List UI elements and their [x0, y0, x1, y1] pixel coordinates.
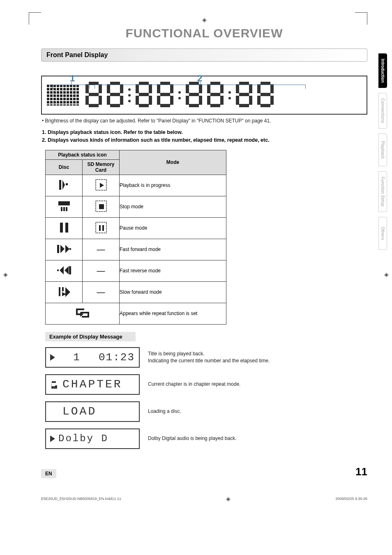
- svg-rect-79: [69, 266, 71, 274]
- svg-rect-12: [120, 96, 123, 105]
- svg-rect-17: [139, 93, 149, 96]
- svg-rect-13: [110, 104, 120, 107]
- mode-text: Stop mode: [120, 196, 226, 217]
- svg-rect-71: [102, 225, 104, 231]
- mode-text: Fast reverse mode: [120, 260, 226, 281]
- svg-rect-26: [170, 96, 173, 105]
- svg-marker-74: [65, 245, 69, 253]
- example-description: Loading a disc.: [148, 408, 367, 415]
- play-triangle-icon: [50, 435, 55, 442]
- playback-status-table: Playback status icon Mode Disc SD Memory…: [45, 150, 226, 325]
- table-row: — Fast reverse mode: [46, 260, 226, 281]
- svg-marker-57: [62, 180, 65, 190]
- page-title: FUNCTIONAL OVERVIEW: [41, 26, 367, 40]
- page-footer: EN 11: [41, 465, 367, 478]
- sd-pause-icon: [83, 217, 120, 239]
- svg-rect-58: [66, 183, 68, 185]
- svg-rect-68: [65, 223, 68, 233]
- svg-rect-64: [66, 207, 67, 211]
- table-row: — Slow forward mode: [46, 281, 226, 303]
- svg-rect-86: [76, 313, 80, 315]
- svg-rect-10: [110, 93, 120, 96]
- table-row: Stop mode: [46, 196, 226, 217]
- svg-rect-45: [239, 93, 249, 96]
- display-example-chapter-repeat: CHAPTER: [45, 374, 140, 395]
- svg-rect-3: [89, 93, 99, 96]
- svg-rect-89: [82, 316, 89, 318]
- svg-marker-73: [60, 245, 65, 253]
- tab-others[interactable]: Others: [378, 217, 387, 250]
- display-example-load: LOAD: [45, 401, 140, 422]
- svg-rect-84: [78, 309, 84, 310]
- svg-rect-39: [207, 96, 210, 105]
- tab-introduction[interactable]: Introduction: [378, 53, 387, 88]
- display-example-title-time: 1 01:23: [45, 347, 140, 368]
- colon-dots: [128, 88, 131, 102]
- svg-marker-60: [100, 183, 104, 188]
- colon-dots: [178, 91, 181, 99]
- svg-rect-47: [249, 96, 252, 105]
- fast-forward-icon: [46, 239, 83, 260]
- slow-forward-icon: [46, 281, 83, 303]
- pause-icon: [46, 217, 83, 239]
- tab-playback[interactable]: Playback: [378, 134, 387, 166]
- table-header-disc: Disc: [46, 159, 83, 175]
- callout-number-1: 1: [70, 73, 75, 84]
- example-description: Dolby Digital audio is being played back…: [148, 435, 367, 442]
- svg-rect-4: [85, 96, 89, 105]
- svg-rect-19: [149, 96, 152, 105]
- list-item-1: 1. Displays playback status icon. Refer …: [42, 129, 367, 136]
- svg-rect-34: [189, 104, 199, 107]
- svg-rect-18: [136, 96, 139, 105]
- svg-rect-67: [60, 223, 63, 233]
- svg-rect-27: [160, 104, 170, 107]
- table-header-icon: Playback status icon: [46, 150, 120, 159]
- mode-text: Fast forward mode: [120, 239, 226, 260]
- callout-bracket-2: [95, 85, 306, 89]
- example-row: 1 01:23 Title is being played back. Indi…: [45, 347, 367, 368]
- mode-text: Appears while repeat function is set: [120, 303, 226, 324]
- callout-bracket-1: [53, 85, 90, 89]
- print-registration-mark-right: ◈: [384, 271, 389, 278]
- tab-connections[interactable]: Connections: [378, 93, 387, 129]
- numbered-description-list: 1. Displays playback status icon. Refer …: [42, 129, 367, 144]
- table-row: — Fast forward mode: [46, 239, 226, 260]
- example-row: LOAD Loading a disc.: [45, 401, 367, 422]
- svg-rect-46: [236, 96, 239, 105]
- svg-rect-38: [210, 93, 220, 96]
- page-number: 11: [355, 465, 367, 478]
- display-dolby-text: Dolby D: [58, 433, 108, 444]
- svg-rect-55: [261, 104, 270, 107]
- play-triangle-icon: [50, 354, 55, 361]
- print-timestamp: 2008/02/25 9:30:26: [335, 497, 367, 501]
- mode-text: Pause mode: [120, 217, 226, 239]
- repeat-icon-small: [50, 380, 59, 389]
- language-badge: EN: [41, 469, 56, 478]
- print-file-info: E5E20UD_E5H20UD-NB500MG9_EN.indd11 11: [41, 497, 121, 501]
- svg-rect-20: [139, 104, 149, 107]
- svg-rect-25: [157, 96, 160, 105]
- brightness-note: • Brightness of the display can be adjus…: [42, 118, 367, 124]
- svg-rect-81: [62, 287, 64, 291]
- svg-rect-56: [59, 180, 61, 190]
- display-load-text: LOAD: [62, 405, 97, 418]
- tab-function-setup[interactable]: Function Setup: [378, 171, 387, 212]
- svg-rect-31: [189, 93, 199, 96]
- svg-rect-69: [96, 222, 106, 233]
- table-header-mode: Mode: [120, 150, 226, 175]
- svg-marker-83: [65, 287, 70, 297]
- example-row: Dolby D Dolby Digital audio is being pla…: [45, 428, 367, 449]
- sd-dash: —: [83, 260, 120, 281]
- svg-rect-53: [257, 96, 261, 105]
- table-row: Playback is in progress: [46, 175, 226, 196]
- svg-rect-6: [89, 104, 99, 107]
- svg-rect-61: [58, 201, 70, 205]
- svg-rect-32: [186, 96, 189, 105]
- section-header-front-panel: Front Panel Display: [41, 48, 367, 62]
- front-panel-display-illustration: [41, 76, 367, 115]
- side-navigation-tabs: Introduction Connections Playback Functi…: [378, 53, 387, 250]
- display-title-number: 1: [73, 351, 81, 364]
- example-description: Current chapter is in chapter repeat mod…: [148, 381, 367, 388]
- svg-rect-24: [160, 93, 170, 96]
- svg-rect-48: [239, 104, 249, 107]
